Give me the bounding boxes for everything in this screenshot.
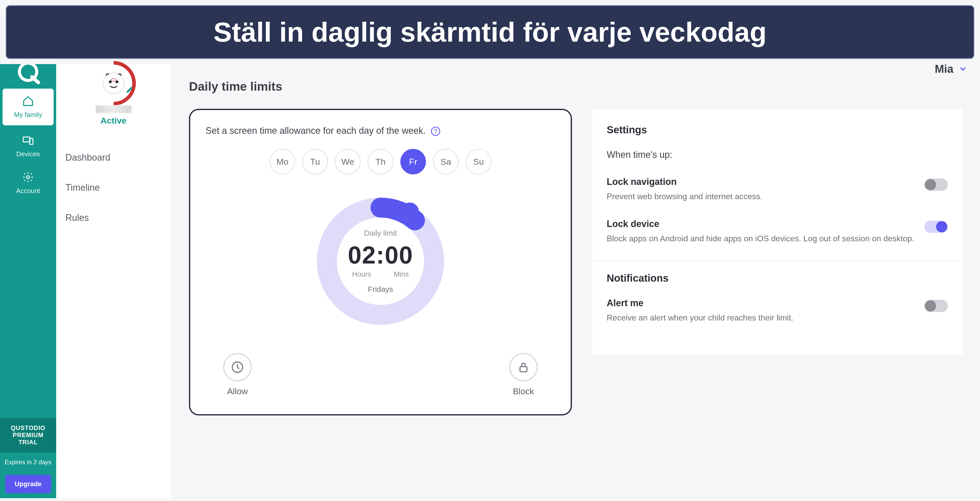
svg-rect-10 [520, 367, 527, 372]
alert-me-title: Alert me [607, 298, 917, 309]
primary-sidebar: My family Devices Account QUSTODIO PREMI… [0, 64, 56, 498]
day-mo[interactable]: Mo [270, 149, 295, 174]
sidebar-item-devices[interactable]: Devices [0, 128, 56, 165]
svg-point-3 [27, 176, 30, 179]
secondary-link-rules[interactable]: Rules [65, 212, 162, 223]
mins-unit: Mins [394, 270, 409, 278]
clock-icon [223, 353, 251, 381]
block-button[interactable]: Block [509, 353, 538, 396]
secondary-link-timeline[interactable]: Timeline [65, 182, 162, 193]
premium-trial-badge: QUSTODIO PREMIUM TRIAL [0, 418, 56, 452]
child-selector-label: Mia [935, 62, 953, 75]
main-panel: Mia Daily time limits Set a screen time … [171, 64, 980, 498]
allow-label: Allow [227, 386, 248, 396]
card-description: Set a screen time allowance for each day… [205, 126, 555, 136]
day-tu[interactable]: Tu [302, 149, 328, 174]
setting-alert-me: Alert me Receive an alert when your chil… [607, 298, 948, 323]
gear-icon [2, 171, 54, 185]
child-selector[interactable]: Mia [935, 62, 967, 75]
lock-navigation-desc: Prevent web browsing and internet access… [607, 191, 917, 202]
alert-me-toggle[interactable] [924, 300, 948, 312]
setting-lock-device: Lock device Block apps on Android and hi… [607, 219, 948, 244]
secondary-link-dashboard[interactable]: Dashboard [65, 152, 162, 163]
pencil-edit-icon[interactable] [126, 86, 134, 94]
banner: Ställ in daglig skärmtid för varje vecko… [6, 5, 974, 59]
lock-navigation-title: Lock navigation [607, 177, 917, 187]
day-picker: Mo Tu We Th Fr Sa Su [205, 149, 555, 174]
sidebar-item-label: Devices [16, 150, 40, 158]
sidebar-item-label: My family [14, 111, 42, 118]
day-sa[interactable]: Sa [433, 149, 458, 174]
day-fr[interactable]: Fr [400, 149, 426, 174]
day-su[interactable]: Su [466, 149, 491, 174]
sidebar-item-my-family[interactable]: My family [3, 89, 54, 126]
daily-limit-time: 02:00 [348, 241, 413, 269]
page-title: Daily time limits [189, 80, 962, 94]
notifications-title: Notifications [607, 272, 948, 284]
dial-day-label: Fridays [368, 285, 393, 294]
brand-logo [0, 64, 56, 89]
day-we[interactable]: We [335, 149, 361, 174]
sidebar-item-account[interactable]: Account [0, 165, 56, 202]
lock-device-desc: Block apps on Android and hide apps on i… [607, 233, 917, 244]
lock-device-title: Lock device [607, 219, 917, 229]
block-label: Block [513, 386, 534, 396]
settings-divider [592, 261, 962, 261]
trial-expiry: Expires in 2 days [0, 452, 56, 472]
upgrade-button[interactable]: Upgrade [5, 475, 51, 493]
settings-panel: Settings When time's up: Lock navigation… [592, 109, 962, 355]
day-th[interactable]: Th [368, 149, 393, 174]
daily-limit-card: Set a screen time allowance for each day… [189, 109, 572, 415]
lock-device-toggle[interactable] [924, 221, 948, 233]
daily-limit-label: Daily limit [364, 229, 397, 237]
lock-icon [509, 353, 538, 381]
lock-navigation-toggle[interactable] [924, 178, 948, 191]
sidebar-item-label: Account [16, 187, 40, 194]
child-status: Active [65, 116, 162, 126]
chevron-down-icon [959, 65, 967, 73]
app-window: My family Devices Account QUSTODIO PREMI… [0, 64, 980, 498]
hours-unit: Hours [352, 270, 371, 278]
svg-rect-1 [23, 137, 30, 142]
dial-center: Daily limit 02:00 Hours Mins Fridays [312, 192, 449, 330]
setting-lock-navigation: Lock navigation Prevent web browsing and… [607, 177, 948, 202]
help-icon[interactable]: ? [431, 127, 440, 136]
alert-me-desc: Receive an alert when your child reaches… [607, 312, 917, 323]
q-logo-icon [14, 64, 42, 84]
secondary-nav: Active Dashboard Timeline Rules [56, 64, 171, 498]
devices-icon [2, 135, 54, 148]
child-name-redacted [96, 105, 132, 113]
home-icon [5, 95, 52, 109]
allow-button[interactable]: Allow [223, 353, 251, 396]
time-dial[interactable]: Daily limit 02:00 Hours Mins Fridays [312, 192, 449, 330]
settings-title: Settings [607, 124, 948, 135]
child-avatar[interactable] [94, 64, 133, 102]
when-times-up-label: When time's up: [607, 150, 948, 160]
